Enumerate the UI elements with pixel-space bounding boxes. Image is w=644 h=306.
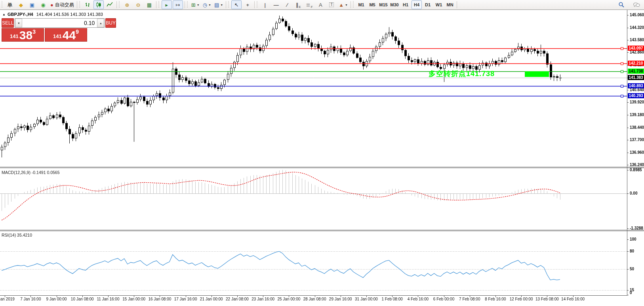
- toolbar-separator: [226, 1, 226, 8]
- one-click-trading-panel: SELL ▼ ▲ BUY 141 38 3 141 44 9: [2, 18, 88, 42]
- timeframe-button-m15[interactable]: M15: [378, 0, 389, 9]
- arrows-button[interactable]: ▲▼: [337, 0, 349, 9]
- dropdown-caret-icon[interactable]: ▼: [220, 4, 223, 6]
- dropdown-caret-icon[interactable]: ▼: [208, 4, 211, 6]
- toolbar-separator: [116, 1, 117, 8]
- dropdown-caret-icon[interactable]: ▼: [345, 4, 348, 6]
- cursor-button-glyph: ↖: [234, 2, 239, 8]
- volume-input[interactable]: [22, 19, 97, 27]
- gold-ingot-icon[interactable]: ◆: [16, 0, 26, 9]
- volume-increase-button[interactable]: ▲: [97, 19, 104, 27]
- toolbar-separator: [351, 1, 351, 8]
- autotrading-button-glyph: ●: [50, 2, 53, 8]
- timeframe-button-h1[interactable]: H1: [400, 0, 411, 9]
- periods-button-glyph: ◷: [203, 2, 207, 8]
- macd-indicator-label: MACD(12,26,9) -0.1491 0.0565: [2, 170, 60, 175]
- rsi-indicator-label: RSI(14) 35.4210: [2, 233, 32, 237]
- search-icon[interactable]: [616, 0, 627, 9]
- sub-letter: E: [299, 6, 301, 9]
- timeframe-button-d1[interactable]: D1: [423, 0, 433, 9]
- toolbar-grip: [2, 1, 4, 8]
- tile-windows-button-glyph: ▦: [147, 2, 152, 8]
- chart-window: ▲ GBPJPY-,H4 141.404 141.536 141.303 141…: [0, 10, 644, 306]
- chart-shift-button[interactable]: ↦: [173, 0, 183, 9]
- arrows-button-glyph: ▲: [339, 2, 344, 8]
- line-chart-button[interactable]: [105, 0, 115, 9]
- toolbar-grip: [79, 1, 81, 8]
- fibonacci-button[interactable]: ≣F: [304, 0, 314, 9]
- sell-button[interactable]: SELL: [2, 18, 14, 28]
- autotrading-button[interactable]: ●自动交易: [49, 0, 75, 9]
- channel-button-glyph: ∥: [296, 2, 299, 8]
- mt4-window: 单◆▣◉●自动交易⊕⊖▦▸↦⊞▼◷▼▤▼↖+|—∕∥E≣FAT▲▼M1M5M15…: [0, 0, 644, 306]
- zoom-in-button[interactable]: ⊕: [122, 0, 132, 9]
- timeframe-button-mn[interactable]: MN: [445, 0, 455, 9]
- autotrading-label: 自动交易: [55, 2, 74, 7]
- templates-button-glyph: ▤: [214, 2, 219, 8]
- volume-stepper: ▼ ▲: [15, 18, 105, 28]
- symbol-header: ▲ GBPJPY-,H4 141.404 141.536 141.303 141…: [2, 12, 103, 17]
- autoscroll-button[interactable]: ▸: [162, 0, 172, 9]
- volume-decrease-button[interactable]: ▼: [15, 19, 22, 27]
- bars-chart-button[interactable]: [82, 0, 93, 9]
- signal-icon-glyph: ◉: [41, 2, 45, 8]
- buy-button[interactable]: BUY: [105, 18, 116, 28]
- ohlc-values: 141.404 141.536 141.303 141.383: [36, 12, 103, 17]
- dropdown-caret-icon[interactable]: ▼: [197, 4, 200, 6]
- autoscroll-button-glyph: ▸: [166, 2, 168, 8]
- indicators-button-glyph: ⊞: [191, 2, 196, 8]
- label-button[interactable]: T: [326, 0, 337, 9]
- zoom-out-button[interactable]: ⊖: [133, 0, 143, 9]
- buy-price-pip: 9: [76, 29, 79, 35]
- zoom-out-button-glyph: ⊖: [136, 2, 140, 8]
- sub-letter: F: [311, 6, 313, 9]
- profiles-icon[interactable]: ▣: [27, 0, 37, 9]
- timeframe-button-h4[interactable]: H4: [412, 0, 422, 9]
- trendline-button[interactable]: ∕: [282, 0, 292, 9]
- templates-button[interactable]: ▤▼: [213, 0, 224, 9]
- indicators-button[interactable]: ⊞▼: [190, 0, 201, 9]
- new-order-button[interactable]: 单: [5, 0, 15, 9]
- buy-price-big: 44: [63, 30, 76, 40]
- collapse-panel-icon[interactable]: ▲: [2, 13, 6, 16]
- tile-windows-button[interactable]: ▦: [144, 0, 154, 9]
- periods-button[interactable]: ◷▼: [202, 0, 212, 9]
- sell-price-display[interactable]: 141 38 3: [2, 28, 44, 42]
- new-order-button-glyph: 单: [8, 2, 13, 8]
- horizontal-line-button[interactable]: —: [271, 0, 281, 9]
- horizontal-line-button-glyph: —: [274, 2, 279, 8]
- vertical-line-button[interactable]: |: [260, 0, 270, 9]
- buy-price-display[interactable]: 141 44 9: [45, 28, 87, 42]
- symbol-period-label: GBPJPY-,H4: [8, 12, 33, 17]
- highlight-rectangle[interactable]: [525, 71, 549, 77]
- chart-shift-button-glyph: ↦: [175, 2, 180, 8]
- timeframe-button-m30[interactable]: M30: [389, 0, 400, 9]
- vertical-line-button-glyph: |: [265, 2, 266, 8]
- toolbar-grip: [119, 1, 121, 8]
- toolbar-separator: [185, 1, 185, 8]
- candles-chart-button[interactable]: [93, 0, 104, 9]
- timeframe-button-m1[interactable]: M1: [356, 0, 366, 9]
- sell-price-big: 38: [19, 30, 32, 40]
- text-button-glyph: A: [319, 2, 322, 8]
- timeframe-button-m5[interactable]: M5: [367, 0, 377, 9]
- toolbar-grip: [257, 1, 259, 8]
- pivot-annotation-text[interactable]: 多空转折点141.738: [429, 69, 495, 78]
- gold-ingot-icon-glyph: ◆: [19, 2, 23, 8]
- timeframe-button-w1[interactable]: W1: [434, 0, 444, 9]
- toolbar-grip: [158, 1, 160, 8]
- fibonacci-button-glyph: ≣: [306, 2, 311, 8]
- trendline-button-glyph: ∕: [287, 2, 288, 8]
- toolbar-separator: [77, 1, 77, 8]
- text-button[interactable]: A: [315, 0, 326, 9]
- price-chart-canvas[interactable]: [0, 10, 644, 306]
- sell-price-prefix: 141: [10, 33, 19, 39]
- crosshair-button[interactable]: +: [242, 0, 253, 9]
- chat-icon[interactable]: [631, 0, 642, 9]
- buy-price-prefix: 141: [53, 33, 62, 39]
- signal-icon[interactable]: ◉: [38, 0, 48, 9]
- cursor-button[interactable]: ↖: [231, 0, 242, 9]
- profiles-icon-glyph: ▣: [30, 2, 34, 8]
- channel-button[interactable]: ∥E: [293, 0, 303, 9]
- sell-price-pip: 3: [32, 29, 36, 35]
